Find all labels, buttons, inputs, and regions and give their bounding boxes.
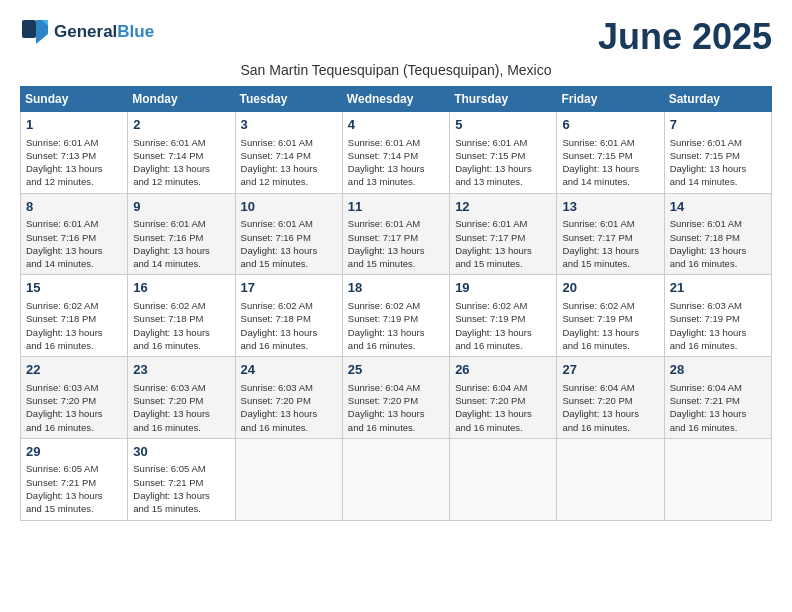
- day-number: 11: [348, 198, 444, 216]
- page: GeneralBlue June 2025 San Martin Tequesq…: [0, 0, 792, 612]
- calendar-cell: 7Sunrise: 6:01 AM Sunset: 7:15 PM Daylig…: [664, 112, 771, 194]
- day-number: 30: [133, 443, 229, 461]
- calendar-cell: 9Sunrise: 6:01 AM Sunset: 7:16 PM Daylig…: [128, 193, 235, 275]
- day-number: 5: [455, 116, 551, 134]
- day-number: 9: [133, 198, 229, 216]
- calendar-cell: 3Sunrise: 6:01 AM Sunset: 7:14 PM Daylig…: [235, 112, 342, 194]
- calendar-cell: 24Sunrise: 6:03 AM Sunset: 7:20 PM Dayli…: [235, 357, 342, 439]
- calendar-cell: 10Sunrise: 6:01 AM Sunset: 7:16 PM Dayli…: [235, 193, 342, 275]
- calendar-header-sunday: Sunday: [21, 87, 128, 112]
- day-number: 19: [455, 279, 551, 297]
- day-info: Sunrise: 6:03 AM Sunset: 7:19 PM Dayligh…: [670, 299, 766, 352]
- day-info: Sunrise: 6:02 AM Sunset: 7:19 PM Dayligh…: [348, 299, 444, 352]
- day-number: 16: [133, 279, 229, 297]
- day-number: 23: [133, 361, 229, 379]
- day-info: Sunrise: 6:01 AM Sunset: 7:13 PM Dayligh…: [26, 136, 122, 189]
- day-number: 26: [455, 361, 551, 379]
- calendar-cell: 21Sunrise: 6:03 AM Sunset: 7:19 PM Dayli…: [664, 275, 771, 357]
- day-info: Sunrise: 6:01 AM Sunset: 7:16 PM Dayligh…: [241, 217, 337, 270]
- day-info: Sunrise: 6:01 AM Sunset: 7:15 PM Dayligh…: [670, 136, 766, 189]
- day-info: Sunrise: 6:02 AM Sunset: 7:18 PM Dayligh…: [133, 299, 229, 352]
- day-info: Sunrise: 6:02 AM Sunset: 7:18 PM Dayligh…: [26, 299, 122, 352]
- day-number: 18: [348, 279, 444, 297]
- day-info: Sunrise: 6:01 AM Sunset: 7:16 PM Dayligh…: [26, 217, 122, 270]
- header: GeneralBlue June 2025: [20, 16, 772, 58]
- day-number: 14: [670, 198, 766, 216]
- day-info: Sunrise: 6:01 AM Sunset: 7:15 PM Dayligh…: [455, 136, 551, 189]
- calendar-header-tuesday: Tuesday: [235, 87, 342, 112]
- calendar-cell: 22Sunrise: 6:03 AM Sunset: 7:20 PM Dayli…: [21, 357, 128, 439]
- day-info: Sunrise: 6:05 AM Sunset: 7:21 PM Dayligh…: [133, 462, 229, 515]
- day-info: Sunrise: 6:01 AM Sunset: 7:17 PM Dayligh…: [562, 217, 658, 270]
- day-info: Sunrise: 6:03 AM Sunset: 7:20 PM Dayligh…: [241, 381, 337, 434]
- logo-icon: [20, 16, 52, 48]
- calendar-cell: 26Sunrise: 6:04 AM Sunset: 7:20 PM Dayli…: [450, 357, 557, 439]
- calendar-header-thursday: Thursday: [450, 87, 557, 112]
- calendar-cell: 5Sunrise: 6:01 AM Sunset: 7:15 PM Daylig…: [450, 112, 557, 194]
- logo-general: General: [54, 22, 117, 41]
- calendar-cell: 11Sunrise: 6:01 AM Sunset: 7:17 PM Dayli…: [342, 193, 449, 275]
- day-info: Sunrise: 6:04 AM Sunset: 7:20 PM Dayligh…: [562, 381, 658, 434]
- calendar-cell: 17Sunrise: 6:02 AM Sunset: 7:18 PM Dayli…: [235, 275, 342, 357]
- logo: GeneralBlue: [20, 16, 154, 48]
- day-info: Sunrise: 6:05 AM Sunset: 7:21 PM Dayligh…: [26, 462, 122, 515]
- day-number: 3: [241, 116, 337, 134]
- calendar-cell: 23Sunrise: 6:03 AM Sunset: 7:20 PM Dayli…: [128, 357, 235, 439]
- calendar-header-saturday: Saturday: [664, 87, 771, 112]
- day-number: 7: [670, 116, 766, 134]
- day-number: 12: [455, 198, 551, 216]
- calendar-cell: 25Sunrise: 6:04 AM Sunset: 7:20 PM Dayli…: [342, 357, 449, 439]
- day-number: 4: [348, 116, 444, 134]
- day-info: Sunrise: 6:02 AM Sunset: 7:19 PM Dayligh…: [455, 299, 551, 352]
- calendar-header-friday: Friday: [557, 87, 664, 112]
- day-number: 15: [26, 279, 122, 297]
- day-number: 20: [562, 279, 658, 297]
- day-info: Sunrise: 6:01 AM Sunset: 7:17 PM Dayligh…: [455, 217, 551, 270]
- calendar-cell: 15Sunrise: 6:02 AM Sunset: 7:18 PM Dayli…: [21, 275, 128, 357]
- calendar-cell: 19Sunrise: 6:02 AM Sunset: 7:19 PM Dayli…: [450, 275, 557, 357]
- day-number: 21: [670, 279, 766, 297]
- calendar-cell: 20Sunrise: 6:02 AM Sunset: 7:19 PM Dayli…: [557, 275, 664, 357]
- day-info: Sunrise: 6:01 AM Sunset: 7:16 PM Dayligh…: [133, 217, 229, 270]
- calendar-cell: 12Sunrise: 6:01 AM Sunset: 7:17 PM Dayli…: [450, 193, 557, 275]
- month-title: June 2025: [598, 16, 772, 58]
- day-number: 6: [562, 116, 658, 134]
- day-info: Sunrise: 6:04 AM Sunset: 7:20 PM Dayligh…: [455, 381, 551, 434]
- calendar-cell: 1Sunrise: 6:01 AM Sunset: 7:13 PM Daylig…: [21, 112, 128, 194]
- day-number: 2: [133, 116, 229, 134]
- calendar-header-wednesday: Wednesday: [342, 87, 449, 112]
- day-number: 27: [562, 361, 658, 379]
- calendar-cell: 2Sunrise: 6:01 AM Sunset: 7:14 PM Daylig…: [128, 112, 235, 194]
- day-number: 24: [241, 361, 337, 379]
- subtitle: San Martin Tequesquipan (Tequesquipan), …: [20, 62, 772, 78]
- day-info: Sunrise: 6:01 AM Sunset: 7:14 PM Dayligh…: [241, 136, 337, 189]
- day-info: Sunrise: 6:02 AM Sunset: 7:19 PM Dayligh…: [562, 299, 658, 352]
- day-number: 28: [670, 361, 766, 379]
- day-number: 25: [348, 361, 444, 379]
- logo-blue: Blue: [117, 22, 154, 41]
- day-info: Sunrise: 6:01 AM Sunset: 7:18 PM Dayligh…: [670, 217, 766, 270]
- calendar-week-1: 1Sunrise: 6:01 AM Sunset: 7:13 PM Daylig…: [21, 112, 772, 194]
- day-info: Sunrise: 6:03 AM Sunset: 7:20 PM Dayligh…: [26, 381, 122, 434]
- day-info: Sunrise: 6:01 AM Sunset: 7:17 PM Dayligh…: [348, 217, 444, 270]
- calendar-week-4: 22Sunrise: 6:03 AM Sunset: 7:20 PM Dayli…: [21, 357, 772, 439]
- calendar-cell: 13Sunrise: 6:01 AM Sunset: 7:17 PM Dayli…: [557, 193, 664, 275]
- day-number: 13: [562, 198, 658, 216]
- calendar-week-5: 29Sunrise: 6:05 AM Sunset: 7:21 PM Dayli…: [21, 438, 772, 520]
- calendar-cell: 14Sunrise: 6:01 AM Sunset: 7:18 PM Dayli…: [664, 193, 771, 275]
- calendar-week-3: 15Sunrise: 6:02 AM Sunset: 7:18 PM Dayli…: [21, 275, 772, 357]
- calendar-cell: 6Sunrise: 6:01 AM Sunset: 7:15 PM Daylig…: [557, 112, 664, 194]
- day-info: Sunrise: 6:03 AM Sunset: 7:20 PM Dayligh…: [133, 381, 229, 434]
- svg-rect-1: [22, 20, 36, 38]
- day-number: 8: [26, 198, 122, 216]
- calendar-cell: 8Sunrise: 6:01 AM Sunset: 7:16 PM Daylig…: [21, 193, 128, 275]
- calendar-week-2: 8Sunrise: 6:01 AM Sunset: 7:16 PM Daylig…: [21, 193, 772, 275]
- calendar-cell: [235, 438, 342, 520]
- calendar-cell: 16Sunrise: 6:02 AM Sunset: 7:18 PM Dayli…: [128, 275, 235, 357]
- calendar-cell: 30Sunrise: 6:05 AM Sunset: 7:21 PM Dayli…: [128, 438, 235, 520]
- calendar-cell: [450, 438, 557, 520]
- calendar-cell: [664, 438, 771, 520]
- day-info: Sunrise: 6:01 AM Sunset: 7:15 PM Dayligh…: [562, 136, 658, 189]
- day-number: 29: [26, 443, 122, 461]
- calendar-cell: 4Sunrise: 6:01 AM Sunset: 7:14 PM Daylig…: [342, 112, 449, 194]
